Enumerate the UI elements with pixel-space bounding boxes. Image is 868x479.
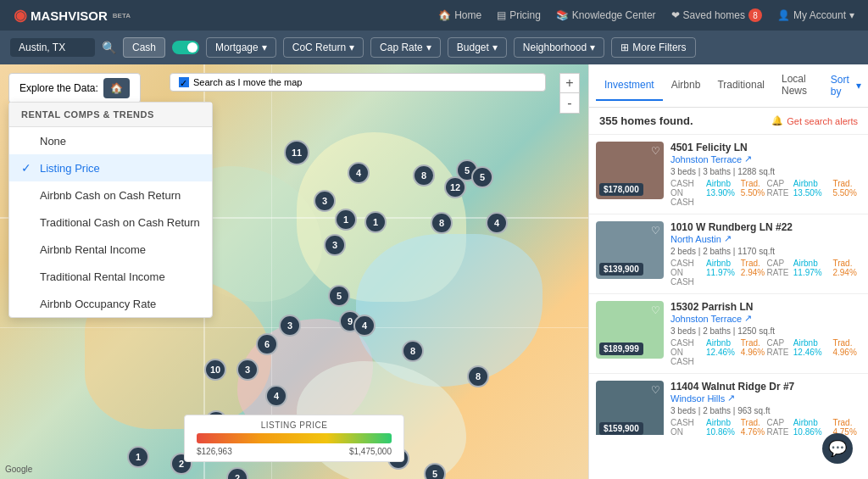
tabs-row: Investment Airbnb Traditional Local News… xyxy=(589,64,868,108)
nav-links: 🏠 Home ▤ Pricing 📚 Knowledge Center ❤ Sa… xyxy=(438,8,854,22)
search-icon[interactable]: 🔍 xyxy=(102,41,116,54)
filter-more[interactable]: ⊞ More Filters xyxy=(611,37,695,58)
map-marker[interactable]: 11 xyxy=(284,140,309,165)
price-badge: $139,900 xyxy=(599,263,643,276)
map-marker[interactable]: 3 xyxy=(236,359,259,381)
listing-metrics: CASH ON CASH Airbnb 13.90% Trad. 5.50% C… xyxy=(670,179,861,207)
listing-neighborhood[interactable]: Johnston Terrace ↗ xyxy=(670,153,861,164)
search-move-checkbox[interactable]: ✓ xyxy=(179,77,189,87)
nav-saved-homes[interactable]: ❤ Saved homes 8 xyxy=(671,8,762,22)
listing-specs: 3 beds | 2 baths | 963 sq.ft xyxy=(670,406,861,415)
listing-specs: 3 beds | 2 baths | 1250 sq.ft xyxy=(670,326,861,336)
home-icon: 🏠 xyxy=(438,9,451,21)
listing-neighborhood[interactable]: Windsor Hills ↗ xyxy=(670,393,861,404)
map-marker[interactable]: 4 xyxy=(486,212,508,234)
tab-airbnb[interactable]: Airbnb xyxy=(663,70,709,101)
search-as-move-label: Search as I move the map xyxy=(193,77,302,87)
filter-cash[interactable]: Cash xyxy=(123,37,165,58)
search-as-move-control[interactable]: ✓ Search as I move the map xyxy=(170,73,546,92)
legend-gradient xyxy=(197,433,392,443)
favorite-icon[interactable]: ♡ xyxy=(651,384,660,396)
map-marker[interactable]: 5 xyxy=(328,285,350,307)
filter-icon: ⊞ xyxy=(620,42,629,53)
listing-neighborhood[interactable]: North Austin ↗ xyxy=(670,233,861,244)
chat-bubble[interactable]: 💬 xyxy=(822,433,853,464)
results-header: 355 homes found. 🔔 Get search alerts xyxy=(589,108,868,135)
listing-info: 1010 W Rundberg LN #22 North Austin ↗ 2 … xyxy=(670,221,861,287)
nav-my-account[interactable]: 👤 My Account ▾ xyxy=(777,9,854,21)
map-marker[interactable]: 5 xyxy=(471,166,493,188)
listing-card[interactable]: $178,000 ♡ 4501 Felicity LN Johnston Ter… xyxy=(589,135,868,214)
map-marker[interactable]: 3 xyxy=(314,190,336,212)
legend-title: LISTING PRICE xyxy=(197,421,392,430)
map-marker[interactable]: 1 xyxy=(364,211,387,233)
map-marker[interactable]: 12 xyxy=(444,176,466,198)
saved-count-badge: 8 xyxy=(748,8,762,22)
dropdown-item-trad-coc[interactable]: Traditional Cash on Cash Return xyxy=(9,209,212,236)
legend-max: $1,475,000 xyxy=(349,447,392,456)
zoom-out-button[interactable]: - xyxy=(559,93,580,114)
listing-card[interactable]: $189,999 ♡ 15302 Parrish LN Johnston Ter… xyxy=(589,294,868,374)
map-area: Explore the Data: 🏠 ✓ Search as I move t… xyxy=(0,64,588,479)
tab-investment[interactable]: Investment xyxy=(596,70,663,101)
get-alerts-button[interactable]: 🔔 Get search alerts xyxy=(771,115,858,126)
map-marker[interactable]: 8 xyxy=(402,340,424,362)
map-marker[interactable]: 10 xyxy=(204,359,226,381)
map-marker[interactable]: 4 xyxy=(353,315,376,337)
tab-traditional[interactable]: Traditional xyxy=(709,70,773,101)
listing-specs: 2 beds | 2 baths | 1170 sq.ft xyxy=(670,247,861,256)
zoom-controls: + - xyxy=(559,73,580,114)
listing-address: 15302 Parrish LN xyxy=(670,301,861,313)
filter-budget[interactable]: Budget ▾ xyxy=(448,37,507,58)
map-marker[interactable]: 1 xyxy=(127,446,149,468)
listing-specs: 3 beds | 3 baths | 1288 sq.ft xyxy=(670,167,861,176)
dropdown-item-airbnb-rental[interactable]: Airbnb Rental Income xyxy=(9,236,212,263)
nav-pricing[interactable]: ▤ Pricing xyxy=(497,9,541,21)
map-marker[interactable]: 4 xyxy=(348,162,370,184)
filter-neighborhood[interactable]: Neighborhood ▾ xyxy=(514,37,604,58)
map-marker[interactable]: 8 xyxy=(467,365,489,387)
zoom-in-button[interactable]: + xyxy=(559,73,580,93)
map-marker[interactable]: 1 xyxy=(335,209,357,231)
map-marker[interactable]: 5 xyxy=(424,463,446,479)
filter-coc-return[interactable]: CoC Return ▾ xyxy=(283,37,364,58)
listing-card[interactable]: $139,900 ♡ 1010 W Rundberg LN #22 North … xyxy=(589,214,868,294)
explore-data-button[interactable]: Explore the Data: 🏠 xyxy=(8,73,141,103)
results-count: 355 homes found. xyxy=(599,114,693,127)
location-input[interactable] xyxy=(10,38,95,57)
listing-metrics: CASH ON CASH Airbnb 10.86% Trad. 4.76% C… xyxy=(670,418,861,435)
map-marker[interactable]: 8 xyxy=(413,164,435,187)
dropdown-item-listing-price[interactable]: ✓ Listing Price xyxy=(9,154,212,181)
logo-text: MASHVISOR xyxy=(31,8,108,23)
map-marker[interactable]: 4 xyxy=(265,385,287,407)
google-label: Google xyxy=(5,465,32,474)
map-marker[interactable]: 3 xyxy=(324,234,346,256)
filter-mortgage[interactable]: Mortgage ▾ xyxy=(206,37,276,58)
knowledge-icon: 📚 xyxy=(556,9,569,21)
sort-button[interactable]: Sort by ▾ xyxy=(831,74,861,97)
external-link-icon: ↗ xyxy=(727,393,735,404)
dropdown-item-airbnb-occupancy[interactable]: Airbnb Occupancy Rate xyxy=(9,290,212,317)
favorite-icon[interactable]: ♡ xyxy=(651,145,660,157)
home-map-icon[interactable]: 🏠 xyxy=(103,78,130,98)
coc-row: CASH ON CASH Airbnb 13.90% Trad. 5.50% xyxy=(670,179,765,207)
map-marker[interactable]: 6 xyxy=(256,333,278,355)
tab-local-news[interactable]: Local News xyxy=(773,64,831,107)
nav-knowledge-center[interactable]: 📚 Knowledge Center xyxy=(556,9,656,21)
listing-info: 4501 Felicity LN Johnston Terrace ↗ 3 be… xyxy=(670,142,861,207)
map-marker[interactable]: 8 xyxy=(431,212,453,234)
favorite-icon[interactable]: ♡ xyxy=(651,225,660,237)
dropdown-item-none[interactable]: None xyxy=(9,127,212,154)
listing-neighborhood[interactable]: Johnston Terrace ↗ xyxy=(670,313,861,324)
nav-home[interactable]: 🏠 Home xyxy=(438,9,481,21)
favorite-icon[interactable]: ♡ xyxy=(651,304,660,316)
dropdown-item-airbnb-coc[interactable]: Airbnb Cash on Cash Return xyxy=(9,181,212,209)
mortgage-toggle[interactable] xyxy=(172,41,199,54)
listing-image: $178,000 ♡ xyxy=(596,142,664,199)
listing-card[interactable]: $159,900 ♡ 11404 Walnut Ridge Dr #7 Wind… xyxy=(589,374,868,435)
listing-info: 15302 Parrish LN Johnston Terrace ↗ 3 be… xyxy=(670,301,861,366)
account-icon: 👤 xyxy=(777,9,790,21)
filter-cap-rate[interactable]: Cap Rate ▾ xyxy=(370,37,441,58)
map-marker[interactable]: 3 xyxy=(279,315,301,337)
dropdown-item-trad-rental[interactable]: Traditional Rental Income xyxy=(9,263,212,290)
